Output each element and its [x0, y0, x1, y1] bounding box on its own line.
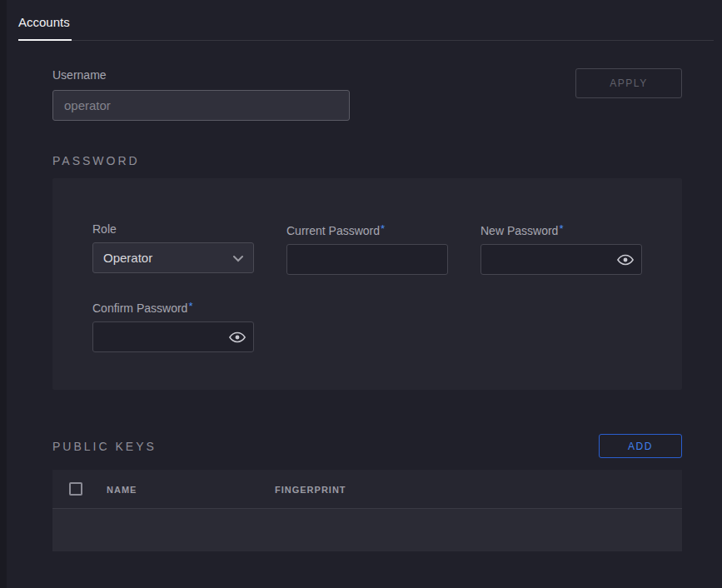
select-all-checkbox[interactable]: [69, 482, 82, 496]
table-header-name: NAME: [90, 481, 275, 496]
table-header-fingerprint: FINGERPRINT: [275, 481, 682, 496]
password-fields-grid: Role Operator Current Password*: [92, 222, 642, 352]
table-header-row: NAME FINGERPRINT: [52, 470, 682, 509]
username-group: Username: [52, 68, 350, 121]
table-header-checkbox-cell: [52, 482, 90, 496]
new-password-field: New Password*: [481, 222, 642, 275]
public-keys-header: PUBLIC KEYS ADD: [52, 434, 682, 458]
confirm-password-label: Confirm Password: [92, 301, 187, 315]
public-keys-section: PUBLIC KEYS ADD NAME FINGERPRINT: [52, 434, 682, 551]
public-keys-table: NAME FINGERPRINT: [52, 470, 682, 551]
required-marker: *: [559, 222, 563, 235]
required-marker: *: [381, 222, 385, 235]
tab-accounts[interactable]: Accounts: [18, 15, 72, 41]
required-marker: *: [188, 300, 192, 312]
accounts-content: Username APPLY PASSWORD Role Operator: [52, 68, 682, 551]
tab-bar: Accounts: [18, 15, 714, 41]
confirm-password-field: Confirm Password*: [92, 300, 254, 352]
public-keys-title: PUBLIC KEYS: [52, 440, 157, 453]
password-section-title: PASSWORD: [52, 154, 682, 167]
password-panel: Role Operator Current Password*: [52, 178, 682, 390]
username-label: Username: [52, 68, 350, 82]
add-public-key-button[interactable]: ADD: [599, 434, 682, 458]
role-label: Role: [92, 222, 254, 236]
eye-icon[interactable]: [229, 331, 246, 343]
current-password-field: Current Password*: [286, 222, 448, 275]
eye-icon[interactable]: [617, 254, 634, 266]
tab-accounts-label: Accounts: [18, 15, 70, 29]
table-empty-body: [52, 509, 682, 551]
chevron-down-icon: [233, 251, 243, 265]
current-password-label: Current Password: [286, 224, 380, 237]
role-select[interactable]: Operator: [92, 242, 254, 273]
role-field: Role Operator: [92, 222, 254, 275]
username-input[interactable]: [52, 90, 350, 121]
password-section: PASSWORD Role Operator: [52, 154, 682, 390]
apply-button[interactable]: APPLY: [575, 68, 682, 98]
role-selected-value: Operator: [103, 251, 152, 265]
left-edge-rail: [0, 0, 7, 588]
new-password-label: New Password: [481, 224, 558, 237]
current-password-input[interactable]: [286, 244, 448, 275]
username-row: Username APPLY: [52, 68, 682, 121]
